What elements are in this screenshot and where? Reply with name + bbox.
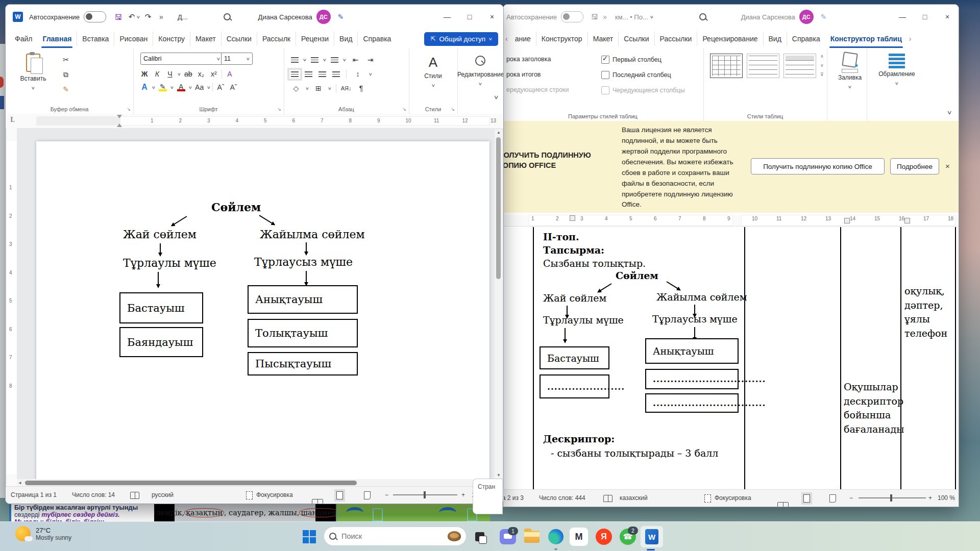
line-spacing-chevron-icon[interactable]: ∨ <box>369 72 373 77</box>
text-effects-button[interactable]: А <box>139 82 150 92</box>
word-count[interactable]: Число слов: 14 <box>72 491 115 498</box>
tab-insert[interactable]: Вставка <box>77 32 114 46</box>
horizontal-scrollbar[interactable]: ◄ ► <box>17 479 493 487</box>
table-style-thumbnail[interactable] <box>710 54 743 78</box>
undo-chevron-icon[interactable]: ∨ <box>136 15 140 19</box>
underline-chevron-icon[interactable]: ∨ <box>177 72 181 77</box>
search-input[interactable] <box>340 532 448 541</box>
vertical-scrollbar[interactable]: ▲ ▼ <box>495 129 502 479</box>
tab-design[interactable]: Конструктор <box>536 32 587 46</box>
tab-file[interactable]: Файл <box>10 32 37 46</box>
table-styles-gallery[interactable]: ∧∨⊽ <box>710 54 824 78</box>
focus-label[interactable]: Фокусировка <box>715 494 751 502</box>
styles-chevron-icon[interactable]: ∨ <box>431 83 435 88</box>
copy-icon[interactable]: ⧉ <box>61 69 71 80</box>
strikethrough-button[interactable]: ab <box>183 69 193 79</box>
tab-table-design[interactable]: Конструктор таблиц <box>825 32 907 46</box>
minimize-icon[interactable]: — <box>436 8 458 26</box>
tab-design[interactable]: Констру <box>153 32 190 46</box>
paragraph-dialog-launcher-icon[interactable]: ↘ <box>402 107 406 112</box>
vertical-scroll-thumb[interactable] <box>496 137 501 279</box>
hanging-indent-marker[interactable] <box>117 121 122 127</box>
tab-scroll-left-icon[interactable]: ‹ <box>503 32 510 46</box>
back-horizontal-ruler[interactable]: 123456789101112131415161718 <box>503 215 959 227</box>
search-icon[interactable] <box>699 13 706 20</box>
decrease-indent-button[interactable]: ⇤ <box>351 55 361 65</box>
task-view-button[interactable] <box>470 527 490 547</box>
page-indicator[interactable]: Страница 1 из 1 <box>11 491 57 498</box>
scroll-left-icon[interactable]: ◄ <box>18 481 22 485</box>
bullets-button[interactable] <box>291 57 299 63</box>
quick-access-overflow-icon[interactable]: » <box>156 12 166 22</box>
bullets-chevron-icon[interactable]: ∨ <box>303 58 307 62</box>
tab-scroll-right-icon[interactable]: › <box>907 32 914 46</box>
table-style-thumbnail[interactable] <box>783 54 816 78</box>
avatar[interactable]: ДС <box>799 10 814 24</box>
taskbar-m-app[interactable]: М <box>570 528 588 546</box>
word-window-foreground[interactable]: W Автосохранение 🖫 ↶ ∨ ↷ » Д... Диана Са… <box>5 4 504 504</box>
numbering-button[interactable] <box>311 57 318 63</box>
borders-chevron-icon[interactable]: ∨ <box>328 86 332 91</box>
horizontal-scroll-thumb[interactable] <box>25 481 357 485</box>
taskbar-teams[interactable]: 1 <box>498 527 518 547</box>
scroll-down-icon[interactable]: ▼ <box>497 473 501 478</box>
gallery-down-icon[interactable]: ∨ <box>820 63 824 68</box>
superscript-button[interactable]: x² <box>209 69 219 79</box>
front-titlebar[interactable]: W Автосохранение 🖫 ↶ ∨ ↷ » Д... Диана Са… <box>6 5 503 29</box>
sketch-pen-icon[interactable]: ✎ <box>819 12 829 22</box>
focus-label[interactable]: Фокусировка <box>256 491 293 498</box>
gallery-scroll[interactable]: ∧∨⊽ <box>820 54 824 77</box>
paste-button[interactable]: Вставить ∨ <box>18 54 48 91</box>
focus-icon[interactable] <box>704 494 711 503</box>
banded-rows-checkbox[interactable]: ередующиеся строки <box>506 86 569 93</box>
share-button[interactable]: ⇱ Общий доступ ∨ <box>424 32 498 46</box>
multilevel-list-button[interactable] <box>331 57 338 63</box>
tab-home[interactable]: Главная <box>37 32 77 46</box>
format-painter-icon[interactable]: ✎ <box>61 84 71 94</box>
zoom-slider[interactable] <box>393 494 457 495</box>
line-spacing-button[interactable]: ↕ <box>353 69 363 79</box>
subscript-button[interactable]: x₂ <box>196 69 206 79</box>
read-mode-icon[interactable] <box>777 502 789 507</box>
font-color-button[interactable]: А <box>176 84 186 91</box>
ribbon-collapse-icon[interactable]: ∨ <box>493 94 499 101</box>
undo-icon[interactable]: ↶ <box>127 12 137 22</box>
page-indicator[interactable]: Страница 2 из 3 <box>503 494 538 502</box>
language-indicator[interactable]: русский <box>152 491 174 498</box>
justify-button[interactable] <box>332 71 340 77</box>
font-size-combo[interactable]: 11∨ <box>221 53 253 65</box>
weather-widget[interactable]: 27°C Mostly sunny <box>15 526 71 541</box>
print-layout-icon[interactable] <box>336 491 343 499</box>
checkbox-icon[interactable] <box>601 86 609 94</box>
banner-close-icon[interactable]: × <box>945 162 950 170</box>
tab-help[interactable]: Справка <box>357 32 396 46</box>
zoom-slider[interactable] <box>859 497 926 498</box>
align-left-button[interactable] <box>291 71 299 77</box>
proofing-icon[interactable] <box>603 495 612 502</box>
tab-view[interactable]: Вид <box>763 32 787 46</box>
pilcrow-button[interactable]: ¶ <box>356 83 366 93</box>
taskbar-edge[interactable] <box>546 527 566 547</box>
taskbar-word-active[interactable]: W <box>641 526 663 547</box>
print-layout-icon[interactable] <box>803 494 810 503</box>
search-icon[interactable] <box>224 13 231 20</box>
front-vertical-ruler[interactable]: 12345678 <box>7 128 17 487</box>
zoom-level[interactable]: 100 % <box>938 494 955 502</box>
focus-icon[interactable] <box>246 491 253 499</box>
scroll-up-icon[interactable]: ▲ <box>497 130 501 135</box>
tab-mailings[interactable]: Рассылки <box>654 32 697 46</box>
word-window-background[interactable]: Автосохранение 🖫 » км... • По... ∨ Диана… <box>503 4 959 507</box>
table-column-marker[interactable] <box>570 215 575 221</box>
taskbar-whatsapp[interactable]: ☎2 <box>618 527 638 547</box>
dotted-answer-box[interactable]: ................................ <box>645 369 739 389</box>
table-style-thumbnail[interactable] <box>747 54 779 78</box>
zoom-in-icon[interactable]: + <box>461 491 465 498</box>
first-column-checkbox[interactable]: Первый столбец <box>601 56 662 64</box>
background-image-card[interactable] <box>337 503 490 522</box>
zoom-out-icon[interactable]: − <box>385 491 388 498</box>
styles-button[interactable]: А Стили ∨ <box>409 55 457 89</box>
web-layout-icon[interactable] <box>364 491 371 499</box>
start-button[interactable] <box>299 527 320 547</box>
tab-layout[interactable]: Макет <box>587 32 619 46</box>
document-canvas[interactable]: 12345678 Сөйлем Жай сөйлем Жайылма сөйле… <box>6 128 503 487</box>
